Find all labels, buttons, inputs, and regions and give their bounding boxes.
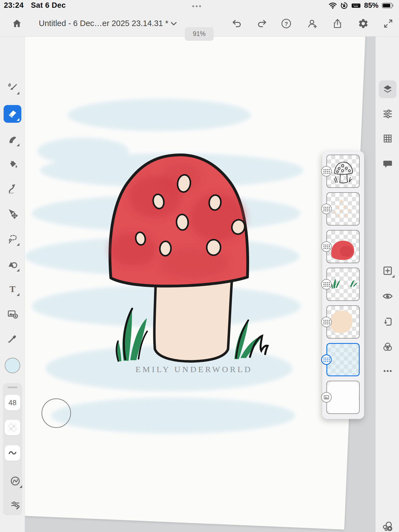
timelapse-button[interactable] [379,518,397,532]
layers-panel-button[interactable] [379,80,397,98]
fullscreen-expand-icon[interactable] [382,17,395,30]
tool-submenu-triangle [392,275,395,278]
layer-texture-dots [323,282,330,287]
svg-text:?: ? [285,21,288,27]
layer-badge[interactable] [321,166,332,177]
brush-tool-button[interactable] [4,79,21,96]
share-button[interactable] [331,17,344,30]
tool-options-panel: 48 [3,383,22,515]
panels-sidebar [375,37,399,532]
grid-settings-button[interactable] [379,130,397,147]
status-date: Sat 6 Dec [31,1,66,10]
layer-texture-dots [323,206,330,211]
layer-row-grass[interactable] [322,268,364,301]
layer-row-background[interactable] [322,381,364,414]
document-title[interactable]: Untitled - 6 Dec…er 2025 23.14.31 * [39,19,168,28]
tool-submenu-triangle [17,118,19,121]
opacity-swatch-button[interactable] [5,420,20,435]
wifi-icon [329,2,337,9]
battery-percent: 85% [364,1,378,10]
stabilizer-button[interactable] [6,472,24,490]
eyedropper-tool-button[interactable] [4,330,21,348]
battery-icon [382,2,394,9]
redo-button[interactable] [255,17,268,30]
layer-badge[interactable] [321,204,332,214]
chevron-down-icon[interactable] [170,21,178,27]
image-icon [323,394,329,400]
comments-button[interactable] [379,155,397,173]
layer-badge-background[interactable] [321,392,332,403]
multitask-dots-icon: ••• [192,2,202,10]
add-layer-button[interactable] [379,262,397,280]
document-toolbar: Untitled - 6 Dec…er 2025 23.14.31 * 91% … [0,11,399,37]
status-time: 23:24 [4,1,24,10]
home-button[interactable] [11,17,23,30]
layer-texture-dots [323,319,330,324]
tool-submenu-triangle [19,485,22,488]
eraser-tool-button[interactable] [4,105,21,123]
settings-gear-icon[interactable] [357,17,370,30]
lasso-select-tool-button[interactable] [4,230,21,248]
rotation-lock-icon [340,2,348,9]
brush-size-button[interactable]: 48 [5,395,20,410]
fill-tool-button[interactable] [4,156,21,173]
svg-text:T: T [9,284,15,294]
layer-row-red-cap[interactable] [322,230,364,263]
smudge-tool-button[interactable] [4,131,21,148]
zoom-level-value: 91% [193,30,206,38]
liquify-tool-button[interactable] [4,180,21,198]
tool-submenu-triangle [17,144,19,146]
text-tool-button[interactable]: T [4,280,21,298]
zoom-level-badge[interactable]: 91% [185,27,214,41]
panel-drag-handle[interactable] [7,387,17,388]
help-button[interactable]: ? [280,17,293,30]
clip-mask-button[interactable] [379,313,397,331]
brush-size-value: 48 [9,398,17,407]
layer-row-blue-wash[interactable] [322,343,364,376]
layer-badge[interactable] [321,241,332,252]
layer-texture-dots [323,357,330,362]
keyboard-icon [351,2,361,9]
invite-person-button[interactable] [306,17,319,30]
shapes-tool-button[interactable] [4,256,21,273]
layer-texture-dots [323,169,330,174]
layers-panel [322,151,364,419]
tools-sidebar: T 48 [0,37,25,532]
layer-badge-selected[interactable] [321,354,332,365]
active-color-swatch[interactable] [5,358,20,373]
artist-signature: EMILY UNDERWORLD [135,365,252,374]
more-options-button[interactable] [379,362,397,380]
move-tool-button[interactable] [4,205,21,222]
status-bar: 23:24 Sat 6 Dec ••• 85% [0,0,399,11]
layer-badge[interactable] [321,317,332,327]
layer-row-stem-fill[interactable] [322,305,364,339]
layer-row-spots[interactable] [322,192,364,226]
undo-button[interactable] [231,17,243,30]
layer-visibility-button[interactable] [379,287,397,305]
tool-submenu-triangle [17,293,19,296]
layer-row-sketch[interactable] [322,155,364,188]
add-image-tool-button[interactable] [4,305,21,323]
tool-submenu-triangle [17,92,19,94]
fresco-app-window: 23:24 Sat 6 Dec ••• 85% Untitled - 6 Dec… [0,0,399,532]
brush-settings-button[interactable] [6,496,24,514]
transparency-checker [7,422,18,433]
blend-mode-button[interactable] [379,338,397,356]
tool-submenu-triangle [17,269,19,272]
smoothing-button[interactable] [5,445,20,461]
layer-badge[interactable] [321,279,332,290]
adjustments-button[interactable] [379,105,397,123]
mushroom-stem [154,279,232,361]
layer-texture-dots [323,244,330,249]
tool-submenu-triangle [17,243,19,246]
